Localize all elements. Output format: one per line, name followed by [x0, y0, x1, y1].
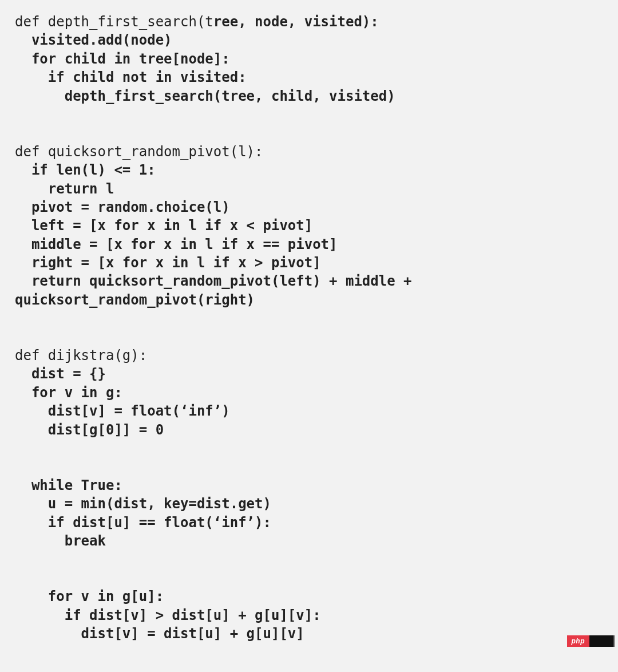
code-segment: for v in g: [15, 385, 122, 401]
code-segment: return l [15, 181, 114, 197]
code-segment: if dist[v] > dist[u] + g[u][v]: [15, 607, 321, 623]
code-segment: right = [x for x in l if x > pivot] [15, 255, 321, 271]
watermark-right-label [589, 635, 615, 647]
code-segment: def dijkstra(g): [15, 347, 147, 363]
code-segment: dist[v] = float(‘inf’) [15, 403, 230, 419]
watermark: php [567, 635, 615, 647]
code-block: def depth_first_search(tree, node, visit… [0, 0, 618, 672]
code-segment: visited.add(node) [15, 32, 172, 48]
code-segment: depth_first_search(tree, child, visited) [15, 88, 395, 104]
code-segment: if child not in visited: [15, 69, 247, 85]
code-segment: u = min(dist, key=dist.get) [15, 496, 271, 512]
code-segment: dist[g[0]] = 0 [15, 422, 164, 438]
code-segment: def quicksort_random_pivot(l): [15, 144, 263, 160]
code-segment: dist = {} [15, 366, 106, 382]
code-segment: for v in g[u]: [15, 588, 164, 604]
code-segment: left = [x for x in l if x < pivot] [15, 218, 312, 234]
code-segment: pivot = random.choice(l) [15, 199, 230, 215]
watermark-left-label: php [567, 635, 590, 647]
code-segment: ree, node, visited): [213, 14, 379, 30]
code-segment: return quicksort_random_pivot(left) + mi… [15, 273, 412, 289]
code-segment: def depth_first_search(t [15, 14, 213, 30]
code-segment: dist[v] = dist[u] + g[u][v] [15, 626, 304, 642]
code-segment: if len(l) <= 1: [15, 162, 156, 178]
code-segment: middle = [x for x in l if x == pivot] [15, 236, 338, 252]
code-segment: quicksort_random_pivot(right) [15, 292, 255, 308]
code-segment: for child in tree[node]: [15, 51, 230, 67]
code-segment: if dist[u] == float(‘inf’): [15, 515, 271, 531]
code-segment: break [15, 533, 106, 549]
code-segment: while True: [15, 477, 122, 493]
